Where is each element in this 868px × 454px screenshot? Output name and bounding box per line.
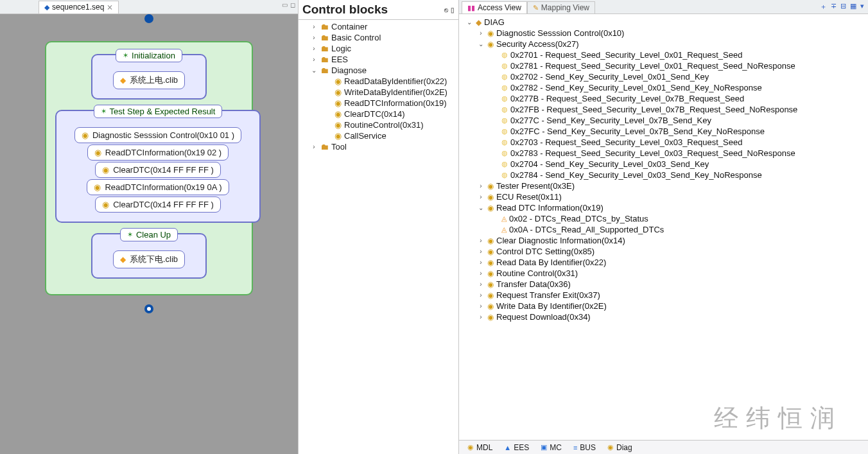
tree-node[interactable]: ◍0x2783 - Request_Seed_Security_Level_0x…	[463, 148, 865, 159]
tree-node[interactable]: ›◉ECU Reset(0x11)	[463, 191, 865, 202]
block-test-step[interactable]: ◉ReadDTCInformation(0x19 0A )	[87, 179, 229, 195]
tree-node[interactable]: ›◉Request Download(0x34)	[463, 311, 865, 322]
palette-item[interactable]: ◉RoutineControl(0x31)	[300, 119, 457, 130]
expand-toggle-icon[interactable]: ›	[477, 237, 485, 244]
palette-item-label: WriteDataByIdentifier(0x2E)	[344, 87, 447, 97]
palette-item[interactable]: ◉CallService	[300, 130, 457, 141]
palette-pin-icon[interactable]: ▯	[451, 6, 455, 13]
tree-node[interactable]: ◬0x0A - DTCs_Read_All_Supported_DTCs	[463, 224, 865, 235]
expand-toggle-icon[interactable]: ›	[477, 30, 485, 37]
phase-cleanup[interactable]: ✶ Clean Up ◆ 系统下电.clib	[91, 233, 207, 279]
expand-toggle-icon[interactable]: ›	[477, 182, 485, 189]
expand-toggle-icon[interactable]: ›	[477, 248, 485, 255]
tree-node[interactable]: ⌄◉Security Access(0x27)	[463, 39, 865, 49]
palette-title: Control blocks	[302, 3, 388, 17]
menu-icon[interactable]: ▾	[860, 2, 864, 12]
bottom-tab-bus[interactable]: ≡BUS	[569, 442, 600, 453]
grid-icon[interactable]: ▦	[850, 2, 856, 12]
sequence-end-node[interactable]	[144, 304, 153, 313]
tree-node[interactable]: ◍0x2704 - Send_Key_Security_Level_0x03_S…	[463, 159, 865, 170]
expand-toggle-icon[interactable]: ⌄	[465, 19, 473, 26]
palette-folder[interactable]: ›🖿Logic	[300, 43, 457, 54]
palette-item[interactable]: ◉WriteDataByIdentifier(0x2E)	[300, 87, 457, 98]
palette-item[interactable]: ◉ReadDTCInformation(0x19)	[300, 98, 457, 109]
expand-toggle-icon[interactable]: ›	[310, 143, 318, 150]
expand-toggle-icon[interactable]: ›	[477, 292, 485, 299]
bottom-tab-diag[interactable]: ◉Diag	[603, 442, 637, 453]
expand-toggle-icon[interactable]: ›	[477, 302, 485, 310]
bottom-tab-mc[interactable]: ▣MC	[536, 442, 566, 453]
palette-folder[interactable]: ›🖿Basic Control	[300, 32, 457, 43]
tree-node-icon: ◍	[501, 105, 508, 114]
filter-icon[interactable]: ∓	[831, 2, 837, 12]
tree-node[interactable]: ›◉Routine Control(0x31)	[463, 268, 865, 279]
block-system-power-off[interactable]: ◆ 系统下电.clib	[113, 250, 185, 268]
tree-node[interactable]: ›◉Write Data By Identifier(0x2E)	[463, 301, 865, 311]
expand-toggle-icon[interactable]: ›	[310, 45, 318, 52]
sequence-canvas[interactable]: ✶ Initialization ◆ 系统上电.clib ✶ Test Step…	[0, 14, 298, 454]
expand-toggle-icon[interactable]: ›	[477, 259, 485, 266]
tree-node-label: 0x2704 - Send_Key_Security_Level_0x03_Se…	[510, 159, 709, 169]
tree-node[interactable]: ›◉Read Data By Identifier(0x22)	[463, 257, 865, 268]
tree-node[interactable]: ⌄◆DIAG	[463, 17, 865, 28]
minimize-pane-icon[interactable]: ▭	[282, 1, 288, 8]
tree-node[interactable]: ›◉Clear Diagnostic Information(0x14)	[463, 235, 865, 246]
block-test-step[interactable]: ◉ClearDTC(0x14 FF FF FF )	[95, 162, 221, 178]
tree-node[interactable]: ◍0x27FC - Send_Key_Security_Level_0x7B_S…	[463, 126, 865, 137]
folder-icon: 🖿	[320, 55, 329, 64]
block-test-step[interactable]: ◉ReadDTCInformation(0x19 02 )	[87, 144, 229, 161]
plus-icon[interactable]: ＋	[820, 2, 827, 12]
expand-toggle-icon[interactable]: ›	[477, 270, 485, 277]
palette-folder[interactable]: ›🖿Container	[300, 21, 457, 32]
tab-access-view[interactable]: ▮▮ Access View	[462, 1, 527, 13]
palette-header: Control blocks ⎋ ▯	[299, 0, 458, 20]
palette-item[interactable]: ◉ReadDataByIdentifier(0x22)	[300, 76, 457, 87]
maximize-pane-icon[interactable]: ◻	[290, 1, 295, 8]
tree-node-label: Tester Present(0x3E)	[496, 181, 575, 191]
tree-node[interactable]: ◍0x2701 - Request_Seed_Security_Level_0x…	[463, 49, 865, 60]
tree-node[interactable]: ◍0x277B - Request_Seed_Security_Level_0x…	[463, 93, 865, 104]
block-test-step[interactable]: ◉ClearDTC(0x14 FF FF FF )	[95, 196, 221, 213]
expand-toggle-icon[interactable]: ›	[477, 193, 485, 200]
tree-node[interactable]: ›◉Control DTC Setting(0x85)	[463, 246, 865, 257]
tree-node[interactable]: ◬0x02 - DTCs_Read_DTCs_by_Status	[463, 213, 865, 224]
tree-node[interactable]: ◍0x2781 - Request_Seed_Security_Level_0x…	[463, 60, 865, 71]
tree-node[interactable]: ›◉Tester Present(0x3E)	[463, 180, 865, 191]
tree-node[interactable]: ◍0x2702 - Send_Key_Security_Level_0x01_S…	[463, 71, 865, 82]
tree-node[interactable]: ◍0x27FB - Request_Seed_Security_Level_0x…	[463, 104, 865, 115]
tree-node[interactable]: ›◉Diagnostic Sesssion Control(0x10)	[463, 28, 865, 39]
editor-tab-sequence1[interactable]: ◆ sequence1.seq ⨯	[39, 1, 119, 13]
phase-initialization[interactable]: ✶ Initialization ◆ 系统上电.clib	[91, 54, 207, 100]
expand-toggle-icon[interactable]: ›	[310, 23, 318, 30]
palette-filter-icon[interactable]: ⎋	[444, 6, 448, 13]
expand-toggle-icon[interactable]: ›	[477, 281, 485, 288]
tree-node[interactable]: ›◉Transfer Data(0x36)	[463, 279, 865, 290]
expand-toggle-icon[interactable]: ⌄	[477, 40, 485, 48]
palette-folder[interactable]: ⌄🖿Diagnose	[300, 65, 457, 76]
palette-folder[interactable]: ›🖿Tool	[300, 141, 457, 152]
expand-toggle-icon[interactable]: ›	[310, 34, 318, 41]
tree-node[interactable]: ⌄◉Read DTC Information(0x19)	[463, 202, 865, 213]
block-system-power-on[interactable]: ◆ 系统上电.clib	[113, 71, 185, 89]
tree-node[interactable]: ›◉Request Transfer Exit(0x37)	[463, 290, 865, 301]
tree-node[interactable]: ◍0x2703 - Request_Seed_Security_Level_0x…	[463, 137, 865, 148]
block-test-step[interactable]: ◉Diagnostic Sesssion Control(0x10 01 )	[74, 127, 241, 143]
expand-toggle-icon[interactable]: ⌄	[310, 67, 318, 74]
collapse-icon[interactable]: ⊟	[840, 2, 846, 12]
sequence-start-node[interactable]	[144, 14, 153, 23]
expand-toggle-icon[interactable]: ⌄	[477, 204, 485, 211]
tree-node[interactable]: ◍0x277C - Send_Key_Security_Level_0x7B_S…	[463, 115, 865, 126]
sequence-container[interactable]: ✶ Initialization ◆ 系统上电.clib ✶ Test Step…	[45, 41, 253, 295]
tree-node[interactable]: ◍0x2782 - Send_Key_Security_Level_0x01_S…	[463, 82, 865, 93]
palette-folder[interactable]: ›🖿EES	[300, 54, 457, 65]
expand-toggle-icon[interactable]: ›	[310, 56, 318, 63]
phase-test-step[interactable]: ✶ Test Step & Expected Result ◉Diagnosti…	[55, 110, 261, 223]
bottom-tab-ees[interactable]: ▲EES	[499, 442, 534, 453]
tab-mapping-view[interactable]: ✎ Mapping View	[527, 1, 595, 13]
palette-item[interactable]: ◉ClearDTC(0x14)	[300, 109, 457, 119]
expand-toggle-icon[interactable]: ›	[477, 313, 485, 320]
tree-node[interactable]: ◍0x2784 - Send_Key_Security_Level_0x03_S…	[463, 170, 865, 180]
bottom-tab-mdl[interactable]: ◉MDL	[463, 442, 497, 453]
tab-close-icon[interactable]: ⨯	[107, 3, 113, 12]
view-tab-bar: ▮▮ Access View ✎ Mapping View ＋ ∓ ⊟ ▦ ▾	[459, 0, 868, 14]
